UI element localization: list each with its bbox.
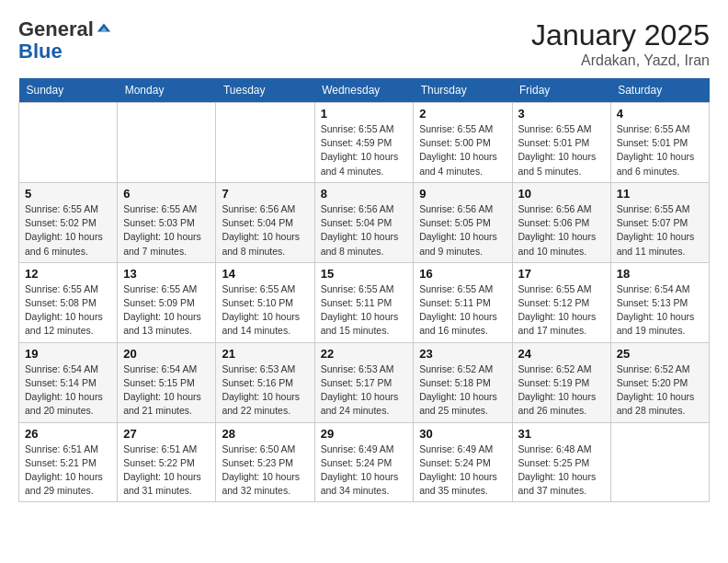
col-header-wednesday: Wednesday: [314, 78, 414, 103]
calendar-cell: 13Sunrise: 6:55 AM Sunset: 5:09 PM Dayli…: [118, 262, 216, 342]
day-info: Sunrise: 6:55 AM Sunset: 5:07 PM Dayligh…: [617, 202, 703, 259]
day-info: Sunrise: 6:55 AM Sunset: 5:09 PM Dayligh…: [123, 282, 210, 339]
day-number: 30: [419, 427, 506, 441]
day-info: Sunrise: 6:54 AM Sunset: 5:13 PM Dayligh…: [617, 282, 703, 339]
calendar-cell: 1Sunrise: 6:55 AM Sunset: 4:59 PM Daylig…: [314, 103, 414, 183]
day-info: Sunrise: 6:49 AM Sunset: 5:24 PM Dayligh…: [321, 442, 408, 499]
month-title: January 2025: [531, 18, 710, 52]
calendar-cell: [610, 422, 709, 502]
calendar-cell: 5Sunrise: 6:55 AM Sunset: 5:02 PM Daylig…: [19, 182, 118, 262]
page-header: General Blue January 2025 Ardakan, Yazd,…: [18, 18, 710, 69]
day-number: 27: [123, 427, 210, 441]
logo-blue: Blue: [18, 40, 112, 63]
logo-general: General: [18, 18, 94, 40]
calendar-cell: 21Sunrise: 6:53 AM Sunset: 5:16 PM Dayli…: [216, 342, 314, 422]
calendar-cell: 25Sunrise: 6:52 AM Sunset: 5:20 PM Dayli…: [610, 342, 709, 422]
calendar-cell: 19Sunrise: 6:54 AM Sunset: 5:14 PM Dayli…: [19, 342, 118, 422]
calendar-cell: 23Sunrise: 6:52 AM Sunset: 5:18 PM Dayli…: [414, 342, 512, 422]
calendar-cell: 9Sunrise: 6:56 AM Sunset: 5:05 PM Daylig…: [414, 182, 512, 262]
day-info: Sunrise: 6:51 AM Sunset: 5:21 PM Dayligh…: [25, 442, 111, 499]
day-info: Sunrise: 6:55 AM Sunset: 5:02 PM Dayligh…: [25, 202, 111, 259]
location-subtitle: Ardakan, Yazd, Iran: [531, 52, 710, 69]
calendar-cell: [118, 103, 216, 183]
day-number: 23: [419, 347, 506, 361]
day-number: 10: [518, 187, 605, 201]
day-number: 5: [25, 187, 111, 201]
calendar-cell: 12Sunrise: 6:55 AM Sunset: 5:08 PM Dayli…: [19, 262, 118, 342]
day-info: Sunrise: 6:52 AM Sunset: 5:19 PM Dayligh…: [518, 362, 605, 419]
logo: General Blue: [18, 18, 112, 63]
day-info: Sunrise: 6:55 AM Sunset: 5:12 PM Dayligh…: [518, 282, 605, 339]
day-number: 15: [321, 267, 408, 281]
calendar-table: SundayMondayTuesdayWednesdayThursdayFrid…: [18, 78, 710, 502]
day-number: 6: [123, 187, 210, 201]
calendar-cell: 2Sunrise: 6:55 AM Sunset: 5:00 PM Daylig…: [414, 103, 512, 183]
calendar-cell: 28Sunrise: 6:50 AM Sunset: 5:23 PM Dayli…: [216, 422, 314, 502]
calendar-cell: 17Sunrise: 6:55 AM Sunset: 5:12 PM Dayli…: [512, 262, 610, 342]
calendar-cell: 26Sunrise: 6:51 AM Sunset: 5:21 PM Dayli…: [19, 422, 118, 502]
calendar-cell: 14Sunrise: 6:55 AM Sunset: 5:10 PM Dayli…: [216, 262, 314, 342]
day-number: 25: [617, 347, 703, 361]
week-row-4: 26Sunrise: 6:51 AM Sunset: 5:21 PM Dayli…: [19, 422, 710, 502]
col-header-saturday: Saturday: [610, 78, 709, 103]
day-info: Sunrise: 6:55 AM Sunset: 4:59 PM Dayligh…: [321, 122, 408, 178]
calendar-header-row: SundayMondayTuesdayWednesdayThursdayFrid…: [19, 78, 710, 103]
calendar-cell: 31Sunrise: 6:48 AM Sunset: 5:25 PM Dayli…: [512, 422, 610, 502]
day-info: Sunrise: 6:54 AM Sunset: 5:14 PM Dayligh…: [25, 362, 111, 419]
calendar-cell: 20Sunrise: 6:54 AM Sunset: 5:15 PM Dayli…: [118, 342, 216, 422]
day-number: 16: [419, 267, 506, 281]
day-number: 26: [25, 427, 111, 441]
day-number: 2: [419, 107, 506, 121]
week-row-2: 12Sunrise: 6:55 AM Sunset: 5:08 PM Dayli…: [19, 262, 710, 342]
calendar-cell: 24Sunrise: 6:52 AM Sunset: 5:19 PM Dayli…: [512, 342, 610, 422]
day-number: 17: [518, 267, 605, 281]
day-info: Sunrise: 6:53 AM Sunset: 5:16 PM Dayligh…: [222, 362, 308, 419]
day-number: 13: [123, 267, 210, 281]
col-header-friday: Friday: [512, 78, 610, 103]
calendar-cell: 15Sunrise: 6:55 AM Sunset: 5:11 PM Dayli…: [314, 262, 414, 342]
day-info: Sunrise: 6:50 AM Sunset: 5:23 PM Dayligh…: [222, 442, 308, 499]
day-info: Sunrise: 6:55 AM Sunset: 5:11 PM Dayligh…: [321, 282, 408, 339]
day-number: 9: [419, 187, 506, 201]
calendar-cell: 27Sunrise: 6:51 AM Sunset: 5:22 PM Dayli…: [118, 422, 216, 502]
calendar-cell: [216, 103, 314, 183]
day-info: Sunrise: 6:52 AM Sunset: 5:18 PM Dayligh…: [419, 362, 506, 419]
calendar-cell: 6Sunrise: 6:55 AM Sunset: 5:03 PM Daylig…: [118, 182, 216, 262]
day-info: Sunrise: 6:55 AM Sunset: 5:10 PM Dayligh…: [222, 282, 308, 339]
col-header-tuesday: Tuesday: [216, 78, 314, 103]
calendar-cell: 3Sunrise: 6:55 AM Sunset: 5:01 PM Daylig…: [512, 103, 610, 183]
day-info: Sunrise: 6:56 AM Sunset: 5:06 PM Dayligh…: [518, 202, 605, 259]
day-number: 28: [222, 427, 308, 441]
calendar-cell: 18Sunrise: 6:54 AM Sunset: 5:13 PM Dayli…: [610, 262, 709, 342]
week-row-0: 1Sunrise: 6:55 AM Sunset: 4:59 PM Daylig…: [19, 103, 710, 183]
day-number: 4: [617, 107, 703, 121]
day-info: Sunrise: 6:56 AM Sunset: 5:05 PM Dayligh…: [419, 202, 506, 259]
day-number: 14: [222, 267, 308, 281]
day-number: 24: [518, 347, 605, 361]
day-number: 29: [321, 427, 408, 441]
col-header-sunday: Sunday: [19, 78, 118, 103]
day-number: 3: [518, 107, 605, 121]
day-info: Sunrise: 6:51 AM Sunset: 5:22 PM Dayligh…: [123, 442, 210, 499]
calendar-cell: 29Sunrise: 6:49 AM Sunset: 5:24 PM Dayli…: [314, 422, 414, 502]
col-header-monday: Monday: [118, 78, 216, 103]
day-info: Sunrise: 6:53 AM Sunset: 5:17 PM Dayligh…: [321, 362, 408, 419]
day-number: 31: [518, 427, 605, 441]
day-info: Sunrise: 6:55 AM Sunset: 5:00 PM Dayligh…: [419, 122, 506, 178]
day-info: Sunrise: 6:55 AM Sunset: 5:08 PM Dayligh…: [25, 282, 111, 339]
day-number: 7: [222, 187, 308, 201]
day-number: 19: [25, 347, 111, 361]
day-info: Sunrise: 6:54 AM Sunset: 5:15 PM Dayligh…: [123, 362, 210, 419]
calendar-cell: 4Sunrise: 6:55 AM Sunset: 5:01 PM Daylig…: [610, 103, 709, 183]
day-info: Sunrise: 6:55 AM Sunset: 5:11 PM Dayligh…: [419, 282, 506, 339]
calendar-cell: 11Sunrise: 6:55 AM Sunset: 5:07 PM Dayli…: [610, 182, 709, 262]
logo-icon: [96, 20, 112, 37]
day-info: Sunrise: 6:56 AM Sunset: 5:04 PM Dayligh…: [222, 202, 308, 259]
day-info: Sunrise: 6:55 AM Sunset: 5:01 PM Dayligh…: [617, 122, 703, 178]
week-row-3: 19Sunrise: 6:54 AM Sunset: 5:14 PM Dayli…: [19, 342, 710, 422]
calendar-cell: 16Sunrise: 6:55 AM Sunset: 5:11 PM Dayli…: [414, 262, 512, 342]
day-info: Sunrise: 6:55 AM Sunset: 5:03 PM Dayligh…: [123, 202, 210, 259]
day-number: 18: [617, 267, 703, 281]
week-row-1: 5Sunrise: 6:55 AM Sunset: 5:02 PM Daylig…: [19, 182, 710, 262]
calendar-cell: 7Sunrise: 6:56 AM Sunset: 5:04 PM Daylig…: [216, 182, 314, 262]
